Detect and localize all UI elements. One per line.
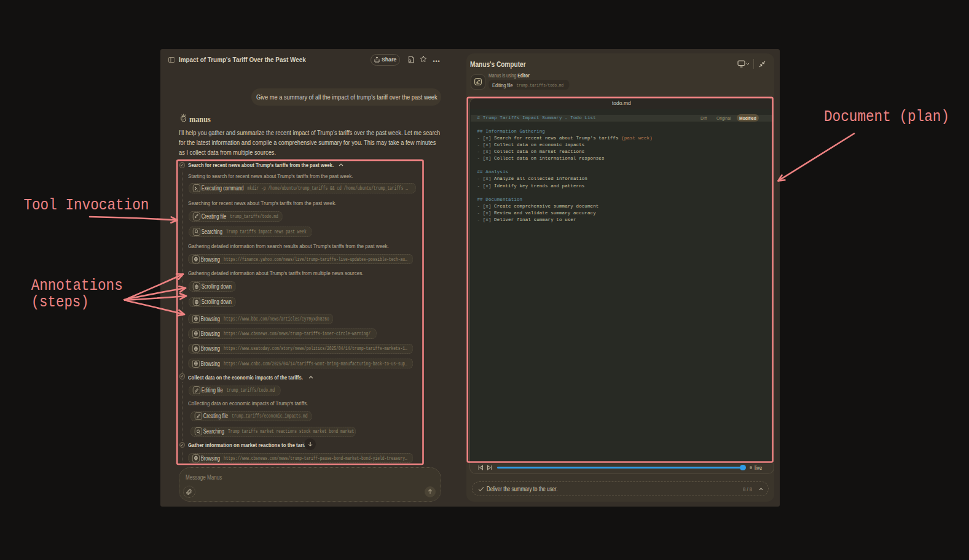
- svg-text:Document (plan): Document (plan): [824, 107, 949, 126]
- svg-text:Tool Invocation: Tool Invocation: [23, 196, 149, 214]
- svg-text:Annotations: Annotations: [31, 276, 123, 295]
- svg-text:(steps): (steps): [31, 293, 89, 311]
